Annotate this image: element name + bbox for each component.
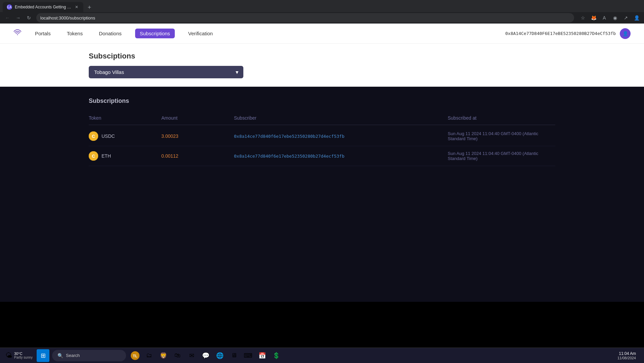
col-header-token: Token [89, 115, 156, 121]
taskbar-app-custom[interactable]: TL [129, 349, 142, 362]
taskbar-datetime: 11:04 Am 11/08/2024 [615, 351, 639, 360]
page-header: Subsciptions Tobago Villas ▼ [0, 44, 644, 87]
nav-portals[interactable]: Portals [32, 29, 53, 38]
search-icon: 🔍 [57, 353, 63, 358]
portal-dropdown[interactable]: Tobago Villas [89, 66, 243, 78]
taskbar-right: 11:04 Am 11/08/2024 [615, 351, 641, 360]
address-text: localhost:3000/subscriptions [40, 15, 570, 21]
browser-toolbar: ← → ↻ localhost:3000/subscriptions ☆ 🦊 A… [0, 12, 644, 24]
amount-usdc: 3.00023 [161, 133, 229, 139]
col-header-subscriber: Subscriber [234, 115, 442, 121]
extension-icon-2[interactable]: A [600, 13, 609, 23]
wallet-address: 0x8A14Ce77D840F6E17eBE52350280B27D4eCf53… [505, 31, 616, 36]
avatar: 👤 [620, 28, 631, 39]
taskbar-search-text: Search [66, 353, 80, 358]
extension-icon-3[interactable]: ◉ [610, 13, 620, 23]
nav-donations[interactable]: Donations [96, 29, 124, 38]
svg-point-0 [17, 34, 18, 35]
taskbar-app-vscode[interactable]: ⌨ [242, 349, 254, 362]
nav-left: Portals Tokens Donations Subscriptions V… [13, 29, 215, 38]
taskbar-date: 11/08/2024 [617, 356, 636, 360]
taskbar-time: 11:04 Am [619, 351, 636, 356]
page-title: Subsciptions [89, 52, 555, 61]
tab-bar: EA Embedded Accounts Getting S... ✕ + [0, 0, 644, 12]
taskbar: 🌤 30°C Partly sunny ⊞ 🔍 Search TL 🗂 🦁 🛍 … [0, 348, 644, 363]
subscriptions-table: Token Amount Subscriber Subscribed at C … [89, 113, 555, 166]
back-button[interactable]: ← [3, 13, 12, 23]
col-header-amount: Amount [161, 115, 229, 121]
nav-subscriptions[interactable]: Subscriptions [135, 29, 175, 38]
taskbar-app-terminal[interactable]: 🖥 [228, 349, 240, 362]
portal-dropdown-wrapper: Tobago Villas ▼ [89, 66, 243, 78]
taskbar-app-browser[interactable]: 🦁 [157, 349, 170, 362]
custom-app-icon: TL [130, 351, 140, 360]
amount-eth: 0.00112 [161, 153, 229, 159]
taskbar-app-mail[interactable]: ✉ [185, 349, 198, 362]
svg-text:C: C [92, 154, 95, 159]
token-name-usdc: USDC [102, 133, 115, 139]
browser-chrome: EA Embedded Accounts Getting S... ✕ + ← … [0, 0, 644, 24]
weather-info: 30°C Partly sunny [14, 352, 33, 359]
token-cell-usdc: C USDC [89, 131, 156, 141]
taskbar-app-edge[interactable]: 🌐 [213, 349, 226, 362]
main-section: Subscriptions Token Amount Subscriber Su… [0, 87, 644, 302]
coin-icon-eth: C [89, 151, 98, 161]
svg-text:TL: TL [133, 354, 137, 358]
token-cell-eth: C ETH [89, 151, 156, 161]
svg-text:C: C [92, 134, 95, 139]
extension-icon-4[interactable]: ↗ [621, 13, 631, 23]
extension-icon-1[interactable]: 🦊 [589, 13, 598, 23]
token-name-eth: ETH [102, 153, 111, 159]
subscriber-eth: 0x8a14ce77d840f6e17ebe52350280b27d4ecf53… [234, 154, 442, 159]
bookmark-icon[interactable]: ☆ [578, 13, 588, 23]
nav-logo [13, 29, 22, 38]
address-bar[interactable]: localhost:3000/subscriptions [36, 13, 574, 23]
subscriber-usdc: 0x8a14ce77d840f6e17ebe52350280b27d4ecf53… [234, 134, 442, 139]
active-tab[interactable]: EA Embedded Accounts Getting S... ✕ [3, 2, 83, 12]
nav-verification[interactable]: Verification [186, 29, 215, 38]
taskbar-search-bar[interactable]: 🔍 Search [52, 350, 126, 361]
nav-right: 0x8A14Ce77D840F6E17eBE52350280B27D4eCf53… [505, 28, 631, 39]
nav-tokens[interactable]: Tokens [64, 29, 86, 38]
forward-button[interactable]: → [13, 13, 23, 23]
tab-favicon: EA [7, 4, 12, 10]
taskbar-weather: 🌤 30°C Partly sunny [3, 352, 35, 359]
taskbar-app-files[interactable]: 🗂 [143, 349, 156, 362]
wifi-icon [13, 29, 22, 37]
toolbar-icons: ☆ 🦊 A ◉ ↗ 👤 [578, 13, 641, 23]
table-row: C ETH 0.00112 0x8a14ce77d840f6e17ebe5235… [89, 146, 555, 166]
reload-button[interactable]: ↻ [24, 13, 34, 23]
section-title: Subscriptions [89, 97, 555, 105]
taskbar-app-calendar[interactable]: 📅 [256, 349, 269, 362]
col-header-subscribed-at: Subscribed at [448, 115, 555, 121]
profile-icon[interactable]: 👤 [632, 13, 641, 23]
taskbar-app-money[interactable]: 💲 [270, 349, 283, 362]
new-tab-button[interactable]: + [85, 3, 94, 12]
coin-icon: C [89, 131, 98, 141]
table-header: Token Amount Subscriber Subscribed at [89, 113, 555, 125]
weather-temp: 30°C [14, 352, 33, 356]
date-usdc: Sun Aug 11 2024 11:04:40 GMT-0400 (Atlan… [448, 131, 555, 141]
main-nav: Portals Tokens Donations Subscriptions V… [0, 24, 644, 44]
date-eth: Sun Aug 11 2024 11:04:40 GMT-0400 (Atlan… [448, 151, 555, 161]
page-content: Portals Tokens Donations Subscriptions V… [0, 24, 644, 302]
usdc-icon: C [89, 131, 98, 141]
weather-desc: Partly sunny [14, 356, 33, 359]
tab-title: Embedded Accounts Getting S... [15, 5, 71, 9]
eth-icon: C [89, 151, 98, 161]
tab-close-button[interactable]: ✕ [74, 4, 79, 10]
taskbar-app-chat[interactable]: 💬 [199, 349, 212, 362]
start-button[interactable]: ⊞ [37, 349, 49, 362]
taskbar-app-store[interactable]: 🛍 [171, 349, 184, 362]
table-row: C USDC 3.00023 0x8a14ce77d840f6e17ebe523… [89, 126, 555, 146]
taskbar-left: 🌤 30°C Partly sunny ⊞ 🔍 Search TL 🗂 🦁 🛍 … [3, 349, 283, 362]
weather-icon: 🌤 [5, 352, 12, 359]
